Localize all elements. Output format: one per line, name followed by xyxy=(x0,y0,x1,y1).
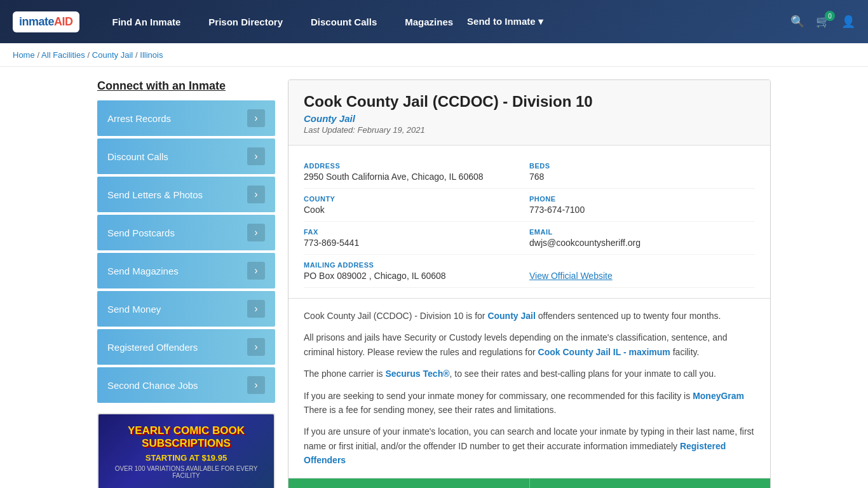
breadcrumb: Home / All Facilities / County Jail / Il… xyxy=(0,43,868,67)
looking-for-inmate-button[interactable]: Looking for an inmate at this facility? xyxy=(288,478,529,488)
securus-link[interactable]: Securus Tech® xyxy=(385,369,449,379)
facility-email: dwjs@cookcountysheriff.org xyxy=(529,238,755,248)
nav-discount-calls[interactable]: Discount Calls xyxy=(297,17,391,27)
moneygram-link[interactable]: MoneyGram xyxy=(693,391,744,401)
county-jail-link-1[interactable]: County Jail xyxy=(487,311,535,321)
facility-beds-cell: BEDS 768 xyxy=(529,156,755,189)
sidebar-item-second-chance-jobs[interactable]: Second Chance Jobs › xyxy=(97,367,275,403)
nav-find-inmate[interactable]: Find An Inmate xyxy=(98,17,195,27)
sidebar: Connect with an Inmate Arrest Records › … xyxy=(97,79,275,488)
cart-badge-count: 0 xyxy=(825,11,835,21)
bottom-buttons: Looking for an inmate at this facility? … xyxy=(288,478,770,488)
desc-para-5: If you are unsure of your inmate's locat… xyxy=(304,424,755,467)
user-icon[interactable]: 👤 xyxy=(841,15,855,29)
search-icon[interactable]: 🔍 xyxy=(790,15,804,29)
facility-description: Cook County Jail (CCDOC) - Division 10 i… xyxy=(288,299,770,478)
facility-address-cell: ADDRESS 2950 South California Ave, Chica… xyxy=(304,156,529,189)
nav-right-icons: 🔍 🛒 0 👤 xyxy=(790,15,855,29)
desc-para-4: If you are seeking to send your inmate m… xyxy=(304,389,755,417)
facility-info-grid: ADDRESS 2950 South California Ave, Chica… xyxy=(288,146,770,299)
facility-beds: 768 xyxy=(529,172,755,182)
facility-email-cell: EMAIL dwjs@cookcountysheriff.org xyxy=(529,222,755,255)
logo-text: inmateAID xyxy=(19,15,73,29)
facility-website-cell: View Official Website xyxy=(529,255,755,288)
chevron-right-icon: › xyxy=(247,376,265,394)
sidebar-item-registered-offenders[interactable]: Registered Offenders › xyxy=(97,329,275,365)
chevron-right-icon: › xyxy=(247,147,265,165)
chevron-right-icon: › xyxy=(247,300,265,318)
chevron-right-icon: › xyxy=(247,262,265,280)
chevron-right-icon: › xyxy=(247,224,265,241)
sidebar-item-send-postcards[interactable]: Send Postcards › xyxy=(97,215,275,250)
facility-phone-cell: PHONE 773-674-7100 xyxy=(529,189,755,222)
sidebar-item-send-letters[interactable]: Send Letters & Photos › xyxy=(97,177,275,212)
facility-title: Cook County Jail (CCDOC) - Division 10 xyxy=(304,93,755,111)
breadcrumb-county-jail[interactable]: County Jail xyxy=(92,50,133,60)
sidebar-item-arrest-records[interactable]: Arrest Records › xyxy=(97,100,275,136)
desc-para-1: Cook County Jail (CCDOC) - Division 10 i… xyxy=(304,309,755,323)
facility-fax-cell: FAX 773-869-5441 xyxy=(304,222,529,255)
facility-mailing: PO Box 089002 , Chicago, IL 60608 xyxy=(304,271,529,281)
sidebar-title: Connect with an Inmate xyxy=(97,79,275,93)
breadcrumb-state[interactable]: Illinois xyxy=(140,50,163,60)
facility-website-link[interactable]: View Official Website xyxy=(529,271,613,281)
nav-prison-directory[interactable]: Prison Directory xyxy=(194,17,297,27)
facility-header: Cook County Jail (CCDOC) - Division 10 C… xyxy=(288,80,770,146)
visitations-button[interactable]: Visitations - times, rules, Covid cancel… xyxy=(529,478,771,488)
facility-fax: 773-869-5441 xyxy=(304,238,529,248)
county-jail-max-link[interactable]: Cook County Jail IL - maximum xyxy=(538,347,670,357)
nav-send-to-inmate[interactable]: Send to Inmate ▾ xyxy=(467,16,543,27)
breadcrumb-home[interactable]: Home xyxy=(13,50,35,60)
logo[interactable]: inmateAID xyxy=(13,11,79,32)
facility-content: Cook County Jail (CCDOC) - Division 10 C… xyxy=(288,79,771,488)
sidebar-item-send-magazines[interactable]: Send Magazines › xyxy=(97,253,275,288)
facility-phone: 773-674-7100 xyxy=(529,205,755,215)
facility-mailing-cell: MAILING ADDRESS PO Box 089002 , Chicago,… xyxy=(304,255,529,288)
sidebar-ad[interactable]: YEARLY COMIC BOOKSUBSCRIPTIONS STARTING … xyxy=(97,413,275,488)
chevron-right-icon: › xyxy=(247,186,265,203)
breadcrumb-all-facilities[interactable]: All Facilities xyxy=(41,50,85,60)
facility-address: 2950 South California Ave, Chicago, IL 6… xyxy=(304,172,529,182)
chevron-right-icon: › xyxy=(247,109,265,127)
nav-links: Find An Inmate Prison Directory Discount… xyxy=(98,16,790,27)
facility-county: Cook xyxy=(304,205,529,215)
nav-magazines[interactable]: Magazines xyxy=(391,17,467,27)
registered-offenders-link[interactable]: Registered Offenders xyxy=(304,441,726,465)
ad-price: STARTING AT $19.95 xyxy=(146,453,227,463)
chevron-right-icon: › xyxy=(247,338,265,356)
facility-type: County Jail xyxy=(304,113,755,124)
sidebar-item-discount-calls[interactable]: Discount Calls › xyxy=(97,139,275,174)
ad-title: YEARLY COMIC BOOKSUBSCRIPTIONS xyxy=(128,424,245,451)
facility-county-cell: COUNTY Cook xyxy=(304,189,529,222)
cart-icon[interactable]: 🛒 0 xyxy=(816,15,830,29)
facility-updated: Last Updated: February 19, 2021 xyxy=(304,125,755,135)
desc-para-3: The phone carrier is Securus Tech®, to s… xyxy=(304,367,755,381)
desc-para-2: All prisons and jails have Security or C… xyxy=(304,330,755,359)
ad-note: OVER 100 VARIATIONS AVAILABLE FOR EVERY … xyxy=(109,465,264,479)
sidebar-item-send-money[interactable]: Send Money › xyxy=(97,291,275,327)
